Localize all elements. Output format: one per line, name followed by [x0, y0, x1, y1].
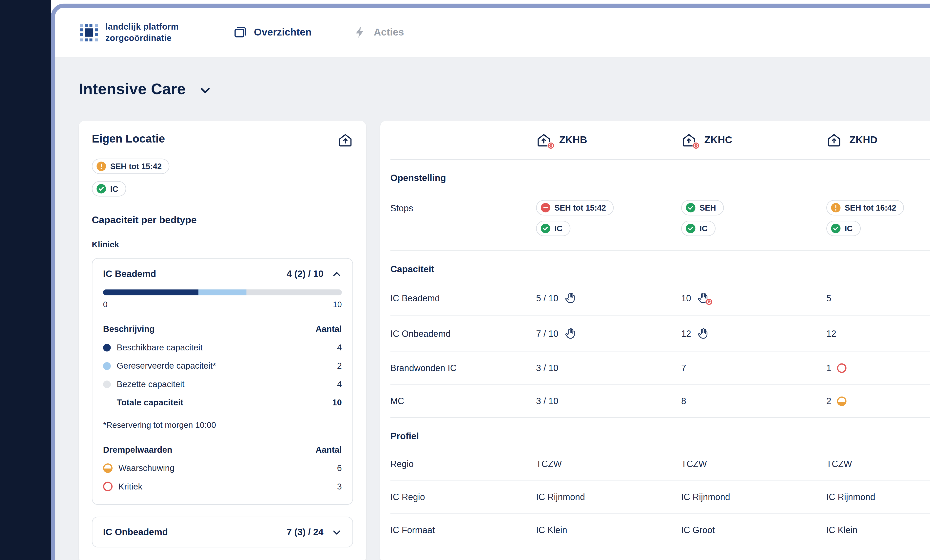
panel-cell: IC Rijnmond [681, 492, 826, 502]
panel-cell: IC Rijnmond [536, 492, 681, 502]
status-badge-label: SEH tot 16:42 [845, 203, 896, 212]
thresholds-header-label: Drempelwaarden [103, 445, 172, 454]
thresholds-header-value: Aantal [316, 445, 342, 454]
hospital-icon [681, 132, 696, 147]
capacity-scale: 0 10 [103, 300, 342, 309]
threshold-row: Waarschuwing6 [103, 463, 342, 473]
chevron-up-icon[interactable] [332, 269, 342, 279]
legend-row: Gereserveerde capaciteit*2 [103, 361, 342, 370]
own-location-title: Eigen Locatie [92, 133, 165, 146]
top-navbar: landelijk platform zorgcoördinatie Overz… [55, 8, 930, 57]
legend-row: Bezette capaciteit4 [103, 379, 342, 389]
panel-row-label: Stops [391, 200, 536, 213]
hospital-header-zkhc[interactable]: ZKHC [681, 132, 826, 147]
panel-cell: IC Groot [681, 525, 826, 535]
panel-row: StopsSEH tot 15:42ICSEHICSEH tot 16:42IC [391, 189, 930, 250]
chevron-down-icon[interactable] [332, 527, 342, 537]
critical-threshold-icon [103, 482, 112, 491]
status-badge-label: SEH [699, 203, 716, 212]
hospital-header-zkhb[interactable]: ZKHB [536, 132, 681, 147]
screen: landelijk platform zorgcoördinatie Overz… [0, 0, 930, 560]
own-status-badges: SEH tot 15:42IC [92, 158, 353, 196]
panel-cell: 5 / 10 [536, 292, 681, 304]
warning-circle-icon [831, 203, 841, 212]
hospital-header-zkhd[interactable]: ZKHD [826, 132, 930, 147]
capacity-value: 12 [681, 328, 691, 339]
bed-type-card: IC Beademd 4 (2) / 10 [92, 258, 353, 505]
check-circle-icon [686, 224, 695, 233]
status-badge: SEH tot 15:42 [536, 200, 614, 215]
capacity-value: 5 [826, 293, 831, 303]
status-badge-label: IC [845, 224, 853, 233]
hand-clock-icon [697, 292, 709, 304]
app-window: landelijk platform zorgcoördinatie Overz… [51, 3, 930, 560]
scale-min: 0 [103, 300, 108, 309]
panel-body: OpenstellingStopsSEH tot 15:42ICSEHICSEH… [391, 160, 930, 546]
panel-cell: TCZW [826, 459, 930, 469]
legend-dot [103, 344, 111, 351]
legend-header: Beschrijving Aantal [103, 324, 342, 334]
nav-item-overzichten[interactable]: Overzichten [233, 25, 312, 39]
legend-total-label: Totale capaciteit [103, 398, 183, 407]
legend-value: 2 [337, 361, 342, 370]
panel-section-title: Profiel [391, 418, 930, 447]
capacity-value: TCZW [681, 459, 707, 469]
chevron-down-icon[interactable] [199, 84, 211, 97]
bed-type-header[interactable]: IC Beademd 4 (2) / 10 [103, 269, 342, 279]
capacity-value: TCZW [826, 459, 852, 469]
own-location-header: Eigen Locatie [92, 133, 353, 148]
panel-row: IC FormaatIC KleinIC GrootIC Klein [391, 513, 930, 546]
panel-cell: 7 / 10 [536, 327, 681, 339]
minus-circle-icon [541, 203, 550, 212]
capacity-group-title: Kliniek [92, 240, 353, 249]
scale-max: 10 [333, 300, 342, 309]
main-nav: Overzichten Acties [233, 25, 404, 39]
logo-line1: landelijk platform [105, 21, 179, 32]
threshold-value: 6 [337, 463, 342, 473]
nav-item-acties[interactable]: Acties [353, 25, 404, 39]
legend-total-row: Totale capaciteit 10 [103, 398, 342, 407]
panel-cell: SEH tot 15:42IC [536, 200, 681, 236]
panel-cell: SEH tot 16:42IC [826, 200, 930, 236]
panel-cell: 8 [681, 396, 826, 406]
page-title: Intensive Care [79, 80, 186, 98]
hand-icon [564, 292, 577, 304]
overviews-icon [233, 25, 247, 39]
panel-cell: TCZW [681, 459, 826, 469]
capacity-value: 1 [826, 363, 831, 373]
panel-cell: IC Rijnmond [826, 492, 930, 502]
logo: landelijk platform zorgcoördinatie [79, 21, 179, 43]
capacity-value: IC Rijnmond [826, 492, 875, 502]
check-circle-icon [97, 184, 106, 193]
clock-alert-icon [547, 142, 554, 149]
hospital-name: ZKHC [704, 134, 732, 146]
capacity-value: TCZW [536, 459, 562, 469]
panel-row-label: Brandwonden IC [391, 363, 536, 373]
status-badge-label: SEH tot 15:42 [110, 162, 162, 170]
bed-type-collapsed-card[interactable]: IC Onbeademd 7 (3) / 24 [92, 517, 353, 548]
panel-cell: 3 / 10 [536, 363, 681, 373]
own-location-hospital-button[interactable] [338, 133, 353, 148]
page-head: Intensive Care [79, 80, 930, 98]
capacity-value: 12 [826, 328, 836, 339]
cards-row: Eigen Locatie SEH tot 15:42IC Capaciteit… [79, 121, 930, 560]
status-badge-label: SEH tot 15:42 [554, 203, 606, 212]
bed-type-title: IC Beademd [103, 269, 156, 279]
capacity-value: 8 [681, 396, 686, 406]
panel-cell: IC Klein [536, 525, 681, 535]
panel-cell: 12 [826, 328, 930, 339]
legend-label: Gereserveerde capaciteit* [117, 361, 216, 370]
status-badge: SEH tot 16:42 [826, 200, 904, 215]
status-badge-label: IC [110, 184, 118, 193]
threshold-row: Kritiek3 [103, 482, 342, 491]
panel-row: RegioTCZWTCZWTCZW [391, 447, 930, 480]
status-badge: IC [536, 221, 570, 236]
logo-line2: zorgcoördinatie [105, 32, 179, 43]
panel-row-label: IC Formaat [391, 525, 536, 535]
panel-cell: TCZW [536, 459, 681, 469]
panel-row-label: MC [391, 396, 536, 406]
threshold-value: 3 [337, 482, 342, 491]
capacity-bar-available [103, 290, 199, 295]
lightning-icon [353, 25, 366, 39]
legend-dot [103, 380, 111, 388]
